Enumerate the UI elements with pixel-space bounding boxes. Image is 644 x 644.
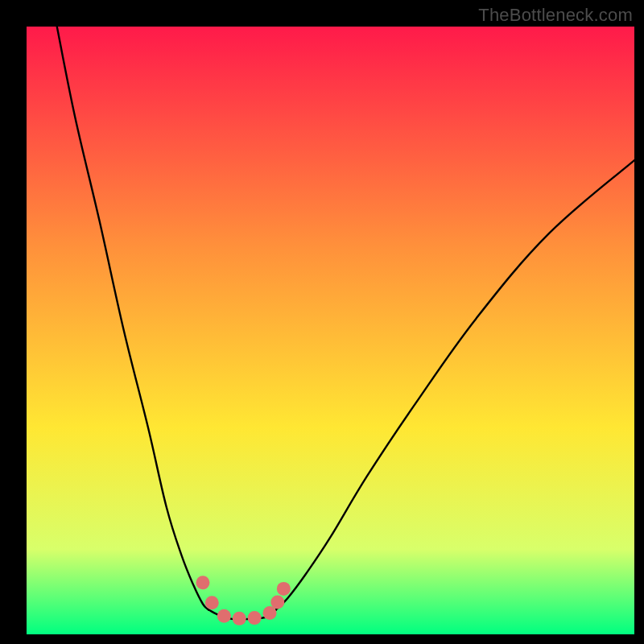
chart-frame: { "watermark": "TheBottleneck.com", "cha… bbox=[0, 0, 644, 644]
watermark-text: TheBottleneck.com bbox=[478, 5, 633, 26]
valley-marker bbox=[196, 576, 209, 589]
valley-marker bbox=[277, 582, 291, 596]
valley-marker bbox=[205, 596, 219, 609]
valley-marker bbox=[217, 609, 231, 623]
plot-background bbox=[27, 27, 634, 634]
valley-marker bbox=[248, 611, 262, 625]
valley-marker bbox=[270, 595, 284, 609]
valley-marker bbox=[263, 606, 277, 620]
bottleneck-chart bbox=[0, 0, 644, 644]
valley-marker bbox=[233, 612, 246, 625]
